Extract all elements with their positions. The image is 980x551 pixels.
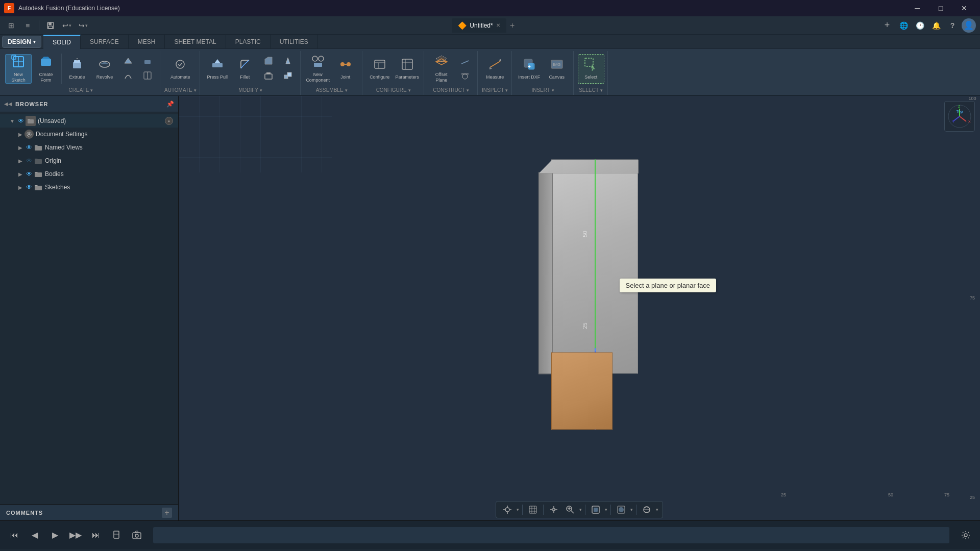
assemble-btn[interactable]: New Component bbox=[305, 54, 331, 84]
sweep-btn[interactable] bbox=[119, 69, 137, 83]
maximize-btn[interactable]: □ bbox=[929, 0, 952, 16]
sketches-eye[interactable]: 👁 bbox=[24, 184, 34, 191]
zoom-btn[interactable] bbox=[563, 503, 577, 517]
snap-btn[interactable] bbox=[500, 503, 514, 517]
camera-mark[interactable] bbox=[129, 527, 145, 543]
tree-document-settings[interactable]: ▶ Document Settings bbox=[0, 128, 178, 141]
visual-style-btn[interactable] bbox=[614, 503, 628, 517]
draft-btn[interactable] bbox=[279, 55, 297, 68]
tree-bodies[interactable]: ▶ 👁 Bodies bbox=[0, 167, 178, 181]
grid-toggle-btn[interactable] bbox=[526, 503, 540, 517]
skip-back-btn[interactable]: ⏮ bbox=[6, 527, 22, 543]
design-btn[interactable]: DESIGN ▾ bbox=[2, 36, 41, 48]
extrude-btn[interactable]: Extrude bbox=[64, 54, 90, 84]
insert-btn[interactable]: + Insert DXF bbox=[516, 54, 543, 84]
save-btn[interactable] bbox=[43, 18, 58, 33]
sep1 bbox=[61, 54, 62, 84]
active-tab[interactable]: 🔶 Untitled* ✕ bbox=[452, 18, 506, 33]
tab-add-btn[interactable]: + bbox=[506, 19, 519, 32]
create-small-group bbox=[119, 55, 137, 83]
shell-btn[interactable] bbox=[259, 69, 278, 83]
select-btn[interactable]: Select bbox=[578, 54, 604, 84]
add-document-btn[interactable]: + bbox=[880, 18, 894, 33]
forward-btn[interactable]: ▶▶ bbox=[67, 527, 84, 543]
automate-group-label: AUTOMATE ▾ bbox=[164, 86, 197, 95]
named-views-eye[interactable]: 👁 bbox=[24, 144, 34, 151]
online-btn[interactable]: 🌐 bbox=[896, 18, 911, 33]
tree-sketches[interactable]: ▶ 👁 Sketches bbox=[0, 181, 178, 194]
env-dropdown[interactable]: ▾ bbox=[656, 507, 658, 512]
assemble-buttons: New Component Joint bbox=[305, 51, 359, 86]
scale-btn[interactable] bbox=[279, 69, 297, 83]
tab-plastic[interactable]: PLASTIC bbox=[226, 35, 271, 49]
close-btn[interactable]: ✕ bbox=[952, 0, 976, 16]
tab-close-btn[interactable]: ✕ bbox=[496, 22, 500, 28]
root-record-btn[interactable]: ● bbox=[165, 117, 173, 125]
parameters-label: Parameters bbox=[395, 74, 419, 80]
origin-eye[interactable]: 👁 bbox=[24, 157, 34, 164]
revolve-btn[interactable]: Revolve bbox=[91, 54, 118, 84]
apps-grid-btn[interactable]: ⊞ bbox=[4, 18, 18, 33]
settings-btn[interactable] bbox=[958, 527, 974, 543]
snap-dropdown[interactable]: ▾ bbox=[517, 507, 519, 512]
visual-style-dropdown[interactable]: ▾ bbox=[630, 507, 633, 512]
tree-named-views[interactable]: ▶ 👁 Named Views bbox=[0, 141, 178, 154]
play-btn[interactable]: ▶ bbox=[47, 527, 63, 543]
tree-root[interactable]: ▼ 👁 (Unsaved) ● bbox=[0, 114, 178, 128]
notifications-btn[interactable]: 🔔 bbox=[929, 18, 943, 33]
measure-btn[interactable]: Measure bbox=[482, 54, 508, 84]
pan-btn[interactable] bbox=[547, 503, 561, 517]
joint-btn[interactable]: Joint bbox=[332, 54, 359, 84]
plane-at-angle-btn[interactable] bbox=[456, 55, 474, 68]
new-sketch-btn[interactable]: New Sketch bbox=[5, 54, 32, 84]
display-mode-btn[interactable] bbox=[589, 503, 603, 517]
fillet-btn[interactable]: Fillet bbox=[232, 54, 258, 84]
parameters-btn[interactable]: Parameters bbox=[394, 54, 421, 84]
tree-origin[interactable]: ▶ 👁 Origin bbox=[0, 154, 178, 167]
bodies-eye[interactable]: 👁 bbox=[24, 170, 34, 178]
help-btn[interactable]: ? bbox=[945, 18, 960, 33]
automate-btn[interactable]: Automate bbox=[167, 54, 193, 84]
back-btn[interactable]: ◀ bbox=[27, 527, 43, 543]
comments-add-btn[interactable]: + bbox=[162, 508, 172, 518]
redo-btn[interactable]: ↪ ▾ bbox=[76, 18, 90, 33]
root-eye[interactable]: 👁 bbox=[16, 117, 26, 124]
tab-utilities[interactable]: UTILITIES bbox=[271, 35, 318, 49]
tab-sheet-metal[interactable]: SHEET METAL bbox=[165, 35, 226, 49]
ribbon-group-configure: Configure Parameters CONFIGURE ▾ bbox=[363, 51, 424, 95]
browser-collapse-btn[interactable]: ◀◀ bbox=[4, 101, 12, 107]
undo-btn[interactable]: ↩ ▾ bbox=[60, 18, 74, 33]
timeline-area[interactable] bbox=[153, 527, 949, 543]
web-btn[interactable] bbox=[138, 69, 157, 83]
offset-plane-btn[interactable]: Offset Plane bbox=[428, 54, 455, 84]
env-settings-btn[interactable] bbox=[640, 503, 654, 517]
tab-solid[interactable]: SOLID bbox=[43, 35, 81, 49]
history-btn[interactable]: 🕐 bbox=[913, 18, 927, 33]
minimize-btn[interactable]: ─ bbox=[905, 0, 929, 16]
create-form-btn[interactable]: Create Form bbox=[33, 54, 59, 84]
svg-point-78 bbox=[505, 508, 509, 512]
tangent-plane-btn[interactable] bbox=[456, 69, 474, 83]
loft-btn[interactable] bbox=[119, 55, 137, 68]
svg-line-89 bbox=[571, 511, 574, 514]
select-label: Select bbox=[584, 74, 597, 80]
tab-mesh[interactable]: MESH bbox=[129, 35, 165, 49]
press-pull-btn[interactable]: Press Pull bbox=[204, 54, 231, 84]
scale-ruler-right: 100 75 25 bbox=[965, 96, 980, 520]
avatar-btn[interactable]: 👤 bbox=[962, 18, 976, 33]
browser-pin-btn[interactable]: 📌 bbox=[166, 101, 174, 108]
timeline-pin-btn[interactable] bbox=[108, 527, 125, 543]
svg-marker-20 bbox=[214, 59, 220, 63]
configure-btn[interactable]: Configure bbox=[366, 54, 393, 84]
assemble-icon bbox=[311, 55, 325, 71]
zoom-dropdown[interactable]: ▾ bbox=[579, 507, 582, 512]
canvas-btn[interactable]: IMG Canvas bbox=[544, 54, 570, 84]
chamfer-btn[interactable] bbox=[259, 55, 278, 68]
display-dropdown[interactable]: ▾ bbox=[605, 507, 607, 512]
menu-btn[interactable]: ≡ bbox=[20, 18, 35, 33]
viewport[interactable]: 50 25 Select a plane or planar face Top … bbox=[179, 96, 980, 520]
rib-btn[interactable] bbox=[138, 55, 157, 68]
tab-surface[interactable]: SURFACE bbox=[81, 35, 129, 49]
svg-rect-19 bbox=[212, 63, 223, 67]
skip-forward-btn[interactable]: ⏭ bbox=[88, 527, 104, 543]
